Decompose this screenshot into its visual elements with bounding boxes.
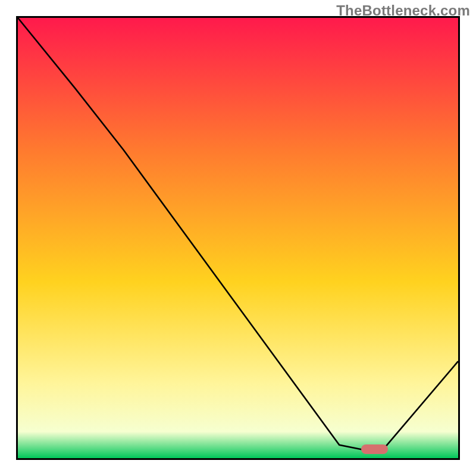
- curve-layer: [18, 18, 458, 458]
- bottleneck-curve: [18, 18, 458, 449]
- optimal-range-marker: [361, 444, 387, 454]
- chart-frame: TheBottleneck.com: [0, 0, 476, 476]
- plot-area: [16, 16, 460, 460]
